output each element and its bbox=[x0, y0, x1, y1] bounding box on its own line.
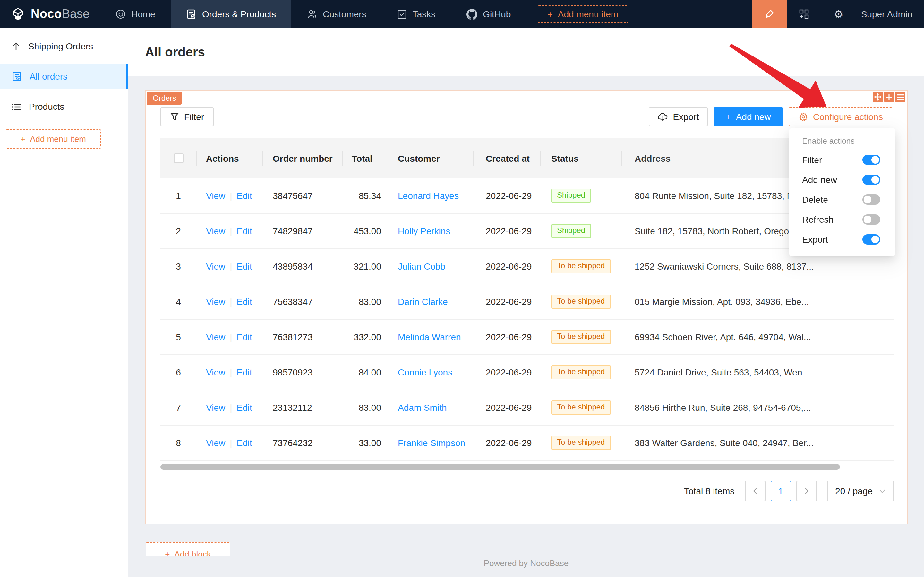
nav-tab-home[interactable]: Home bbox=[100, 0, 171, 28]
view-link[interactable]: View bbox=[206, 438, 225, 448]
sidebar-add-menu-item-button[interactable]: + Add menu item bbox=[6, 129, 101, 149]
nav-tab-customers[interactable]: Customers bbox=[291, 0, 382, 28]
nav-add-menu-item-button[interactable]: + Add menu item bbox=[538, 5, 628, 23]
edit-link[interactable]: Edit bbox=[237, 297, 252, 307]
scrollbar-thumb[interactable] bbox=[160, 464, 840, 470]
customer-link[interactable]: Leonard Hayes bbox=[398, 191, 459, 201]
page-header: All orders bbox=[128, 28, 924, 76]
status-badge: Shipped bbox=[551, 189, 591, 203]
table-row[interactable]: 5 View|Edit 76381273 332.00 Melinda Warr… bbox=[160, 320, 894, 355]
nocobase-logo[interactable]: NocoBase bbox=[0, 0, 100, 28]
page-size-select[interactable]: 20 / page bbox=[827, 481, 894, 501]
smiley-icon bbox=[115, 9, 126, 19]
address-cell: 383 Walter Gardens, Suite 040, 24947, Be… bbox=[621, 438, 894, 448]
view-link[interactable]: View bbox=[206, 191, 225, 201]
dropdown-item-export[interactable]: Export bbox=[789, 229, 895, 249]
edit-link[interactable]: Edit bbox=[237, 438, 252, 448]
row-index: 3 bbox=[160, 261, 196, 271]
table-row[interactable]: 1 View|Edit 38475647 85.34 Leonard Hayes… bbox=[160, 179, 894, 214]
customer-link[interactable]: Darin Clarke bbox=[398, 297, 448, 307]
user-menu[interactable]: Super Admin bbox=[856, 0, 924, 28]
nav-tab-github[interactable]: GitHub bbox=[451, 0, 526, 28]
filter-button[interactable]: Filter bbox=[160, 107, 214, 126]
add-new-button[interactable]: + Add new bbox=[713, 107, 783, 126]
chevron-right-icon[interactable] bbox=[796, 481, 816, 501]
dropdown-item-filter[interactable]: Filter bbox=[789, 150, 895, 169]
view-link[interactable]: View bbox=[206, 332, 225, 342]
sidebar-item-shipping-orders[interactable]: Shipping Orders bbox=[0, 33, 128, 59]
table-row[interactable]: 4 View|Edit 75638347 83.00 Darin Clarke … bbox=[160, 284, 894, 320]
nav-tab-orders-products[interactable]: Orders & Products bbox=[171, 0, 291, 28]
app-root: NocoBase Home bbox=[0, 0, 924, 577]
column-header-order-number: Order number bbox=[262, 138, 342, 179]
table-row[interactable]: 8 View|Edit 73764232 33.00 Frankie Simps… bbox=[160, 425, 894, 461]
add-block-button-clipped[interactable]: + Add block bbox=[146, 542, 230, 556]
view-link[interactable]: View bbox=[206, 226, 225, 236]
dropdown-item-delete[interactable]: Delete bbox=[789, 189, 895, 209]
configure-actions-button[interactable]: Configure actions bbox=[789, 107, 893, 126]
created-at-cell: 2022-06-29 bbox=[473, 332, 540, 342]
table-row[interactable]: 3 View|Edit 43895834 321.00 Julian Cobb … bbox=[160, 249, 894, 284]
view-link[interactable]: View bbox=[206, 261, 225, 271]
sidebar-item-products[interactable]: Products bbox=[0, 94, 128, 119]
view-link[interactable]: View bbox=[206, 403, 225, 413]
add-new-toggle[interactable] bbox=[863, 174, 881, 185]
enable-actions-dropdown: Enable actions Filter Add new Delete Ref… bbox=[789, 128, 895, 256]
edit-link[interactable]: Edit bbox=[237, 226, 252, 236]
edit-link[interactable]: Edit bbox=[237, 191, 252, 201]
drag-icon[interactable] bbox=[872, 92, 883, 102]
dropdown-item-refresh[interactable]: Refresh bbox=[789, 209, 895, 229]
customer-link[interactable]: Connie Lyons bbox=[398, 367, 452, 377]
customer-link[interactable]: Melinda Warren bbox=[398, 332, 461, 342]
top-nav: NocoBase Home bbox=[0, 0, 924, 28]
plugin-icon bbox=[799, 9, 809, 19]
customer-link[interactable]: Frankie Simpson bbox=[398, 438, 465, 448]
chevron-down-icon bbox=[879, 489, 885, 493]
settings-button[interactable]: ⚙ bbox=[821, 0, 856, 28]
table-row[interactable]: 6 View|Edit 98570923 84.00 Connie Lyons … bbox=[160, 355, 894, 390]
select-all-checkbox[interactable] bbox=[174, 153, 183, 163]
edit-link[interactable]: Edit bbox=[237, 403, 252, 413]
refresh-toggle[interactable] bbox=[863, 214, 881, 224]
column-header-customer: Customer bbox=[388, 138, 473, 179]
nav-tab-tasks[interactable]: Tasks bbox=[382, 0, 451, 28]
order-number-cell: 73764232 bbox=[262, 438, 342, 448]
created-at-cell: 2022-06-29 bbox=[473, 226, 540, 236]
nav-tab-label: Orders & Products bbox=[202, 9, 276, 19]
table-row[interactable]: 7 View|Edit 23132112 83.00 Adam Smith 20… bbox=[160, 390, 894, 425]
order-number-cell: 76381273 bbox=[262, 332, 342, 342]
export-button[interactable]: Export bbox=[649, 107, 708, 126]
pagination-page-1[interactable]: 1 bbox=[770, 481, 791, 501]
horizontal-scrollbar[interactable] bbox=[160, 464, 894, 470]
team-icon bbox=[307, 9, 317, 19]
plus-icon[interactable] bbox=[884, 92, 894, 102]
funnel-icon bbox=[170, 112, 179, 121]
dropdown-title: Enable actions bbox=[789, 134, 895, 150]
plugin-manager-button[interactable] bbox=[787, 0, 821, 28]
customer-link[interactable]: Holly Perkins bbox=[398, 226, 450, 236]
ui-editor-button[interactable] bbox=[752, 0, 787, 28]
total-cell: 83.00 bbox=[342, 403, 388, 413]
edit-link[interactable]: Edit bbox=[237, 261, 252, 271]
sidebar-item-all-orders[interactable]: All orders bbox=[0, 64, 128, 89]
view-link[interactable]: View bbox=[206, 367, 225, 377]
delete-toggle[interactable] bbox=[863, 194, 881, 205]
gear-icon bbox=[799, 112, 808, 121]
edit-link[interactable]: Edit bbox=[237, 332, 252, 342]
address-cell: 5724 Daniel Drive, Suite 563, 54403, Wen… bbox=[621, 367, 894, 377]
check-square-icon bbox=[397, 9, 407, 19]
table-row[interactable]: 2 View|Edit 74829847 453.00 Holly Perkin… bbox=[160, 214, 894, 249]
view-link[interactable]: View bbox=[206, 297, 225, 307]
filter-toggle[interactable] bbox=[863, 154, 881, 164]
dropdown-item-add-new[interactable]: Add new bbox=[789, 169, 895, 189]
address-cell: 84856 Hirthe Run, Suite 268, 94754-6705,… bbox=[621, 403, 894, 413]
chevron-left-icon[interactable] bbox=[745, 481, 765, 501]
edit-link[interactable]: Edit bbox=[237, 367, 252, 377]
menu-icon[interactable] bbox=[895, 92, 905, 102]
order-number-cell: 74829847 bbox=[262, 226, 342, 236]
customer-link[interactable]: Julian Cobb bbox=[398, 261, 445, 271]
export-toggle[interactable] bbox=[863, 234, 881, 244]
created-at-cell: 2022-06-29 bbox=[473, 261, 540, 271]
plus-icon: + bbox=[165, 549, 170, 556]
customer-link[interactable]: Adam Smith bbox=[398, 403, 447, 413]
